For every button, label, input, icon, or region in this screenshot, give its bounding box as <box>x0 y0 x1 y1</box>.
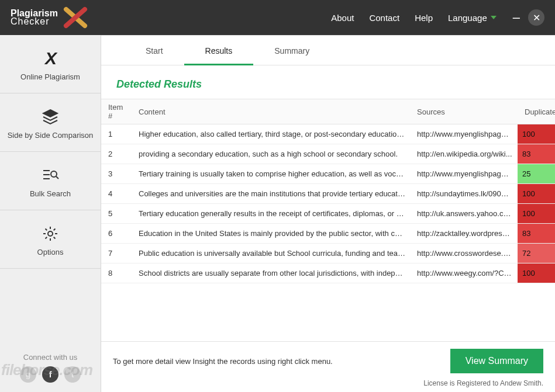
cell-content: providing a secondary education, such as… <box>132 144 410 164</box>
tab-results[interactable]: Results <box>184 36 254 65</box>
social-twitter-icon[interactable]: t <box>64 366 81 383</box>
cell-item: 7 <box>101 244 132 263</box>
titlebar: Plagiarism Checker About Contact Help La… <box>0 0 555 35</box>
sidebar: X Online Plagiarism Side by Side Compari… <box>0 35 101 392</box>
cell-content: Public education is universally availabl… <box>132 244 410 263</box>
sidebar-item-side-by-side[interactable]: Side by Side Comparison <box>0 93 101 152</box>
chevron-down-icon <box>491 16 497 19</box>
logo-text: Plagiarism Checker <box>11 9 58 26</box>
cell-content: School districts are usually separate fr… <box>132 263 410 283</box>
menu-language-label: Language <box>448 13 487 23</box>
table-row[interactable]: 2providing a secondary education, such a… <box>101 144 555 164</box>
table-row[interactable]: 3Tertiary training is usually taken to c… <box>101 164 555 184</box>
sidebar-item-options[interactable]: Options <box>0 210 101 269</box>
view-summary-button[interactable]: View Summary <box>450 349 543 373</box>
logo-x-icon <box>63 5 88 30</box>
svg-point-6 <box>48 231 53 236</box>
tab-bar: Start Results Summary <box>101 36 555 65</box>
table-header-row: Item # Content Sources Duplicate <box>101 99 555 124</box>
cell-duplicate: 100 <box>518 184 555 204</box>
main-panel: Start Results Summary Detected Results I… <box>101 35 555 392</box>
cell-content: Colleges and universities are the main i… <box>132 184 410 204</box>
table-row[interactable]: 7Public education is universally availab… <box>101 244 555 263</box>
cell-duplicate: 72 <box>518 244 555 263</box>
col-content[interactable]: Content <box>132 99 410 124</box>
cell-source: http://www.myenglishpages... <box>410 164 518 184</box>
svg-line-5 <box>56 176 58 179</box>
sidebar-item-online-plagiarism[interactable]: X Online Plagiarism <box>0 35 101 93</box>
x-icon: X <box>45 48 56 68</box>
cell-source: http://www.crosswordese.co... <box>410 244 518 263</box>
sidebar-item-label: Online Plagiarism <box>5 72 96 81</box>
cell-content: Higher education, also called tertiary, … <box>132 124 410 144</box>
cell-item: 2 <box>101 144 132 164</box>
list-search-icon <box>42 166 59 184</box>
table-row[interactable]: 4Colleges and universities are the main … <box>101 184 555 204</box>
sidebar-item-label: Options <box>5 248 96 256</box>
logo-line2: Checker <box>11 17 58 26</box>
cell-content: Education in the United States is mainly… <box>132 224 410 244</box>
cell-duplicate: 100 <box>518 204 555 224</box>
table-row[interactable]: 6Education in the United States is mainl… <box>101 224 555 244</box>
cell-source: http://www.weegy.com/?Co... <box>410 263 518 283</box>
connect-label: Connect with us <box>0 353 101 362</box>
cell-duplicate: 100 <box>518 263 555 283</box>
close-button[interactable]: ✕ <box>528 9 544 26</box>
cell-item: 1 <box>101 124 132 144</box>
cell-item: 3 <box>101 164 132 184</box>
cell-duplicate: 100 <box>518 124 555 144</box>
gear-icon <box>42 225 59 242</box>
cell-source: http://en.wikipedia.org/wiki... <box>410 144 518 164</box>
col-item[interactable]: Item # <box>101 99 132 124</box>
social-facebook-icon[interactable]: f <box>42 366 58 383</box>
cell-duplicate: 83 <box>518 224 555 244</box>
footer-hint: To get more detail view Insight the reco… <box>113 357 333 366</box>
section-title: Detected Results <box>101 65 555 99</box>
menu-contact[interactable]: Contact <box>369 13 399 23</box>
top-menu: About Contact Help Language <box>331 13 497 23</box>
table-row[interactable]: 1Higher education, also called tertiary,… <box>101 124 555 144</box>
cell-item: 6 <box>101 224 132 244</box>
social-google-icon[interactable]: g <box>20 366 36 383</box>
table-row[interactable]: 5Tertiary education generally results in… <box>101 204 555 224</box>
connect-block: Connect with us g f t <box>0 346 101 392</box>
sidebar-item-label: Side by Side Comparison <box>5 131 96 140</box>
cell-content: Tertiary training is usually taken to co… <box>132 164 410 184</box>
menu-help[interactable]: Help <box>415 13 433 23</box>
menu-language[interactable]: Language <box>448 13 497 23</box>
results-table: Item # Content Sources Duplicate 1Higher… <box>101 99 555 283</box>
col-sources[interactable]: Sources <box>410 99 518 124</box>
tab-summary[interactable]: Summary <box>253 36 330 65</box>
cell-item: 4 <box>101 184 132 204</box>
cell-source: http://uk.answers.yahoo.co... <box>410 204 518 224</box>
col-duplicate[interactable]: Duplicate <box>518 99 555 124</box>
cell-item: 5 <box>101 204 132 224</box>
cell-source: http://zacktalley.wordpress.c... <box>410 224 518 244</box>
cell-source: http://sundaytimes.lk/09092... <box>410 184 518 204</box>
sidebar-item-label: Bulk Search <box>5 189 96 198</box>
svg-marker-0 <box>43 110 57 117</box>
cell-source: http://www.myenglishpages... <box>410 124 518 144</box>
footer: To get more detail view Insight the reco… <box>101 341 555 392</box>
window-controls: – ✕ <box>513 9 544 26</box>
layers-icon <box>42 108 59 126</box>
cell-duplicate: 25 <box>518 164 555 184</box>
license-line: License is Registered to Andew Smith. <box>113 379 543 387</box>
svg-point-4 <box>51 171 57 177</box>
tab-start[interactable]: Start <box>125 36 184 65</box>
table-row[interactable]: 8School districts are usually separate f… <box>101 263 555 283</box>
cell-item: 8 <box>101 263 132 283</box>
minimize-button[interactable]: – <box>513 11 520 24</box>
app-logo: Plagiarism Checker <box>11 5 88 30</box>
cell-duplicate: 83 <box>518 144 555 164</box>
results-content: Detected Results Item # Content Sources … <box>101 65 555 341</box>
cell-content: Tertiary education generally results in … <box>132 204 410 224</box>
menu-about[interactable]: About <box>331 13 354 23</box>
sidebar-item-bulk-search[interactable]: Bulk Search <box>0 152 101 210</box>
